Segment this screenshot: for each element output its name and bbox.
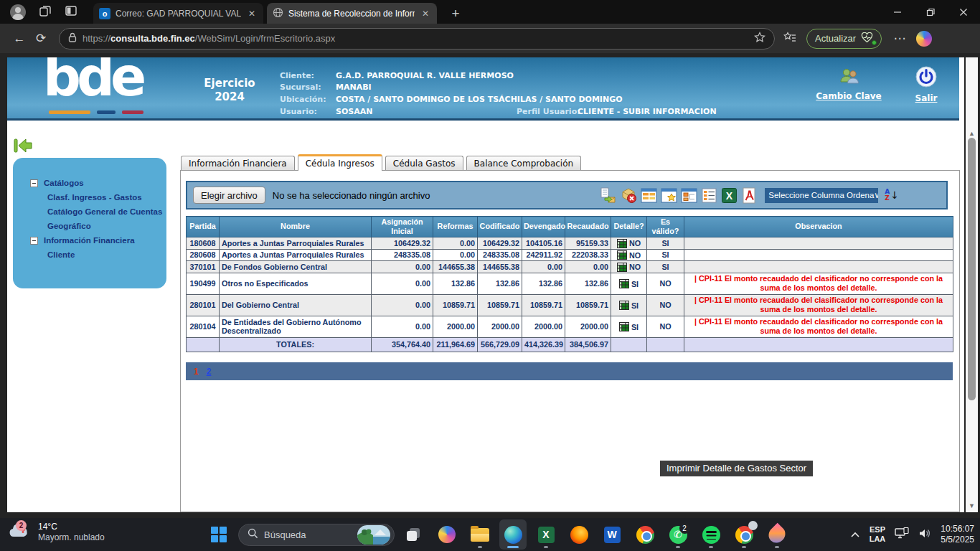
sidebar-group-informacion-financiera[interactable]: Información Financiera [13, 233, 166, 248]
bookmark-star-icon[interactable] [754, 32, 765, 45]
screen: o Correo: GAD PARROQUIAL VALLE ✕ Sistema… [0, 0, 980, 551]
tab-cedula-ingresos[interactable]: Cédula Ingresos [298, 154, 382, 171]
detail-grid-icon[interactable] [617, 238, 627, 247]
codificado-cell: 144655.38 [478, 261, 522, 273]
form-window-icon[interactable] [680, 187, 697, 204]
sidebar-item-geografico[interactable]: Geográfico [13, 219, 166, 233]
start-button[interactable] [205, 519, 232, 550]
browser-tab-app[interactable]: Sistema de Recoleccion de Inform ✕ [267, 3, 437, 24]
address-bar[interactable]: https://consulta.bde.fin.ec/WebSim/Login… [59, 28, 775, 50]
sort-az-icon[interactable]: AZ↓ [885, 189, 899, 202]
totals-value-cell: 384,506.97 [565, 337, 611, 352]
logout-link[interactable]: Salir [915, 93, 938, 103]
pagination-page-link[interactable]: 2 [207, 367, 212, 377]
tab-cedula-gastos[interactable]: Cédula Gastos [385, 156, 463, 170]
clock[interactable]: 10:56:07 5/5/2025 [941, 524, 974, 545]
logout[interactable]: Salir [903, 65, 950, 103]
close-tab-icon[interactable]: ✕ [246, 9, 258, 19]
volume-icon[interactable] [918, 528, 931, 542]
file-explorer-button[interactable] [466, 519, 494, 550]
close-window-button[interactable] [947, 0, 980, 24]
es-valido-cell: NO [647, 273, 684, 294]
sidebar-item-catalogo-general-cuentas[interactable]: Catálogo General de Cuentas [13, 204, 166, 219]
new-tab-button[interactable]: + [446, 4, 465, 23]
update-browser-button[interactable]: Actualizar [806, 29, 882, 49]
pagination-current-page: 1 [194, 367, 199, 377]
detalle-cell: NO [611, 249, 647, 261]
task-view-button[interactable] [400, 519, 428, 550]
copilot-taskbar-button[interactable] [433, 519, 461, 550]
change-password-link[interactable]: Cambio Clave [816, 91, 882, 101]
edge-button[interactable] [499, 519, 527, 550]
word-button[interactable]: W [598, 519, 626, 550]
sidebar-group-label[interactable]: Información Financiera [44, 236, 135, 245]
copilot-icon[interactable] [916, 31, 932, 47]
codificado-cell: 106429.32 [478, 237, 522, 249]
tab-informacion-financiera[interactable]: Información Financiera [181, 156, 295, 170]
delete-package-icon[interactable] [620, 187, 637, 204]
chrome-button[interactable] [631, 519, 659, 550]
detail-grid-icon[interactable] [619, 321, 629, 330]
detail-grid-icon[interactable] [617, 262, 627, 270]
tab-balance-comprobacion[interactable]: Balance Comprobación [466, 156, 582, 170]
sidebar-item-cliente[interactable]: Cliente [13, 248, 166, 262]
tray-chevron-icon[interactable] [850, 528, 860, 541]
excel-button[interactable]: X [532, 519, 560, 550]
sidebar-menu: Catálogos Clasf. Ingresos - Gastos Catál… [13, 158, 166, 288]
taskbar: 2 14°C Mayorm. nublado Búsqueda [0, 518, 980, 551]
observacion-cell [684, 237, 953, 249]
pdf-export-icon[interactable] [740, 187, 758, 204]
detail-list-icon[interactable] [700, 187, 717, 204]
reformas-cell: 10859.71 [433, 294, 478, 316]
flame-app-button[interactable] [763, 519, 791, 550]
user-label: Usuario: [280, 107, 317, 116]
detail-grid-icon[interactable] [619, 278, 629, 287]
scrollbar-thumb[interactable] [968, 138, 976, 400]
collapse-menu-arrow-icon[interactable] [13, 138, 33, 156]
refresh-button[interactable]: ⟳ [30, 31, 52, 46]
firefox-button[interactable] [565, 519, 593, 550]
search-box[interactable]: Búsqueda [238, 524, 395, 546]
spotify-icon [702, 526, 720, 544]
minimize-window-button[interactable] [881, 0, 914, 24]
search-highlight-image[interactable] [357, 525, 390, 545]
chrome-profile-button[interactable] [730, 519, 758, 550]
codificado-cell: 132.86 [478, 273, 522, 294]
favorites-icon[interactable] [783, 31, 796, 47]
tooltip: Imprimir Detalle de Gastos Sector [660, 461, 813, 476]
browser-tab-mail[interactable]: o Correo: GAD PARROQUIAL VALLE ✕ [93, 3, 263, 24]
page-background: bde Ejercicio 2024 Cliente: G.A.D. PARRO… [0, 53, 980, 518]
sidebar-group-catalogos[interactable]: Catálogos [13, 176, 166, 190]
sort-column-select[interactable]: Seleccione Columna Ordena ∨ [765, 188, 878, 203]
workspaces-icon[interactable] [39, 4, 52, 20]
grid-window-icon[interactable] [640, 187, 657, 204]
spotify-button[interactable] [697, 519, 725, 550]
change-password[interactable]: Cambio Clave [809, 67, 888, 101]
tab-layout-icon[interactable] [65, 4, 77, 20]
sidebar-item-clasf-ingresos-gastos[interactable]: Clasf. Ingresos - Gastos [13, 190, 166, 204]
nombre-cell: Del Gobierno Central [220, 294, 372, 316]
sidebar-group-label[interactable]: Catálogos [44, 179, 84, 187]
export-file-icon[interactable] [600, 187, 617, 204]
page-scrollbar[interactable]: ▲ ▼ [966, 57, 978, 512]
choose-file-button[interactable]: Elegir archivo [193, 187, 265, 204]
scroll-up-icon[interactable]: ▲ [966, 130, 978, 137]
browser-menu-icon[interactable]: ⋯ [889, 31, 910, 46]
new-window-icon[interactable] [660, 187, 677, 204]
browser-profile-avatar[interactable] [10, 4, 26, 20]
weather-widget[interactable]: 2 14°C Mayorm. nublado [7, 522, 105, 543]
collapse-icon[interactable] [30, 179, 38, 187]
whatsapp-button[interactable]: ✆2 [664, 519, 692, 550]
network-icon[interactable] [895, 527, 909, 542]
restore-window-button[interactable] [914, 0, 947, 24]
detail-grid-icon[interactable] [619, 300, 629, 309]
detail-grid-icon[interactable] [617, 250, 627, 259]
close-tab-icon[interactable]: ✕ [420, 9, 431, 19]
excel-export-icon[interactable]: X [720, 187, 738, 204]
totals-empty-cell [187, 337, 220, 352]
scroll-down-icon[interactable]: ▼ [966, 502, 978, 509]
devengado-cell: 104105.16 [522, 237, 565, 249]
language-indicator[interactable]: ESPLAA [870, 525, 886, 544]
back-button[interactable]: ← [9, 32, 30, 46]
collapse-icon[interactable] [30, 237, 38, 245]
